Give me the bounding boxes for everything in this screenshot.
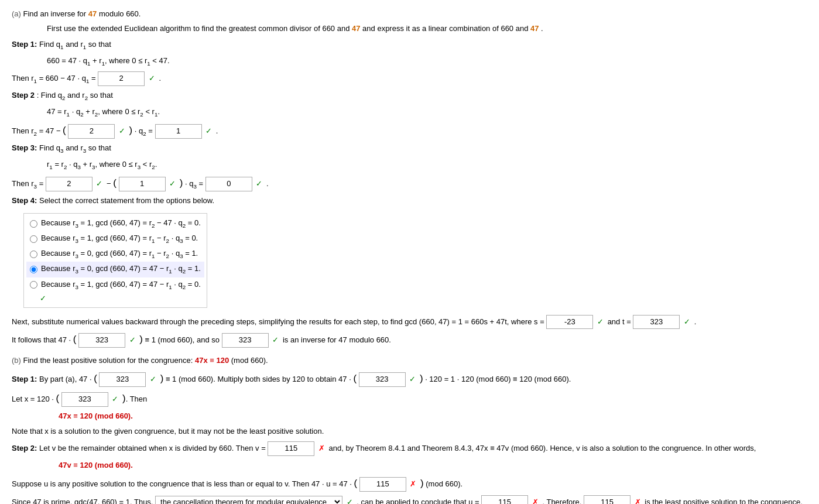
partb-final-v[interactable]: 115 [584, 495, 630, 504]
option-2[interactable]: Because r3 = 1, gcd (660, 47) = r1 − r2 … [26, 231, 204, 246]
intro-text: Find an inverse for [23, 9, 88, 18]
step2-then: Then r2 = 47 − ( 2 ✓ ) · q2 = 1 ✓ . [12, 122, 807, 139]
s-input[interactable]: -23 [546, 315, 593, 330]
part-a-intro: (a) Find an inverse for 47 modulo 660. [12, 8, 807, 20]
partb-note: Note that x is a solution to the given c… [12, 426, 807, 438]
partb-since: Since 47 is prime, gdc(47, 660) = 1. Thu… [12, 495, 807, 504]
r1-input[interactable]: 2 [98, 71, 145, 86]
partb-s1-v2[interactable]: 323 [359, 372, 406, 387]
step1-equation: 660 = 47 · q1 + r1, where 0 ≤ r1 < 47. [47, 55, 807, 68]
partb-s2-cross: ✗ [318, 444, 325, 452]
partb-s2-v1[interactable]: 115 [268, 441, 314, 456]
partb-step1: Step 1: By part (a), 47 · ( 323 ✓ ) ≡ 1 … [12, 371, 807, 387]
partb-47v-line: 47v ≡ 120 (mod 660). [59, 460, 807, 472]
q2-check: ✓ [205, 126, 212, 135]
t-input[interactable]: 323 [633, 315, 680, 330]
partb-s1-v1-check: ✓ [150, 375, 156, 383]
step3-equation: r1 = r2 · q3 + r3, where 0 ≤ r3 < r2. [47, 159, 807, 172]
partb-final-cross: ✗ [635, 498, 641, 504]
r1-check: ✓ [149, 74, 155, 83]
part-b-label: (b) [12, 356, 21, 365]
first-use-text: First use the extended Euclidean algorit… [47, 23, 807, 35]
step2-equation: 47 = r1 · q2 + r2, where 0 ≤ r2 < r1. [47, 106, 807, 119]
r3-v2-check: ✓ [169, 179, 176, 188]
partb-congruence: 47x ≡ 120 (mod 660). [59, 410, 807, 423]
step3-then: Then r3 = 2 ✓ − ( 1 ✓ ) · q3 = 0 ✓ . [12, 175, 807, 191]
step3-header: Step 3: Find q3 and r3 so that [12, 142, 807, 155]
t-check: ✓ [684, 317, 690, 326]
step1-then: Then r1 = 660 − 47 · q1 = 2 ✓ . [12, 71, 807, 86]
step4-check: ✓ [40, 294, 46, 303]
q2-input[interactable]: 1 [155, 124, 202, 139]
num-47-intro: 47 [88, 9, 97, 18]
follows-v1-input[interactable]: 323 [78, 333, 125, 348]
partb-s1-v2-check: ✓ [409, 375, 416, 383]
next-substitute: Next, substitute numerical values backwa… [12, 315, 807, 330]
r3-value-check: ✓ [256, 179, 262, 188]
partb-letx-check: ✓ [112, 395, 118, 403]
s-check: ✓ [597, 317, 604, 326]
partb-u-cross: ✗ [532, 498, 539, 504]
option-4[interactable]: Because r3 = 0, gcd (660, 47) = 47 − r1 … [26, 262, 204, 277]
r3-v1-input[interactable]: 2 [46, 177, 92, 191]
partb-suppose-v1[interactable]: 115 [359, 477, 406, 492]
part-a-label: (a) [12, 9, 21, 18]
where-text-1: where [109, 56, 129, 65]
r3-v2-input[interactable]: 1 [119, 177, 166, 191]
partb-suppose-cross: ✗ [410, 479, 416, 488]
partb-s1-v1[interactable]: 323 [99, 372, 146, 387]
it-follows: It follows that 47 · ( 323 ✓ ) ≡ 1 (mod … [12, 331, 807, 348]
follows-v1-check: ✓ [129, 335, 136, 344]
part-a: (a) Find an inverse for 47 modulo 660. F… [12, 8, 807, 348]
modulo-text: modulo 660. [99, 9, 141, 18]
option-3[interactable]: Because r3 = 0, gcd (660, 47) = r1 − r2 … [26, 246, 204, 262]
step4-header: Step 4: Select the correct statement fro… [12, 195, 807, 207]
step1-header: Step 1: Find q1 and r1 so that [12, 39, 807, 52]
r3-v1-check: ✓ [96, 179, 102, 188]
option-1[interactable]: Because r3 = 1, gcd (660, 47) = r2 − 47 … [26, 216, 204, 231]
option-5[interactable]: Because r3 = 1, gcd (660, 47) = 47 − r1 … [26, 277, 204, 293]
step2-header: Step 2 : Find q2 and r2 so that [12, 90, 807, 102]
cancellation-dropdown[interactable]: the cancellation theorem for modular equ… [155, 496, 342, 504]
part-b-intro: (b) Find the least positive solution for… [12, 355, 807, 367]
partb-step2: Step 2: Let v be the remainder obtained … [12, 441, 807, 456]
r2-check: ✓ [119, 126, 125, 135]
follows-v2-check: ✓ [272, 335, 279, 344]
part-b: (b) Find the least positive solution for… [12, 355, 807, 504]
where-text-2: where [102, 107, 122, 116]
partb-u-v1[interactable]: 115 [481, 495, 528, 504]
partb-letx-v1[interactable]: 323 [61, 392, 108, 407]
r2-input[interactable]: 2 [68, 124, 115, 139]
partb-suppose: Suppose u is any positive solution to th… [12, 475, 807, 492]
dropdown-check: ✓ [347, 498, 353, 504]
partb-letx: Let x = 120 · ( 323 ✓ ). Then [12, 390, 807, 407]
step4-options-box: Because r3 = 1, gcd (660, 47) = r2 − 47 … [23, 213, 207, 308]
follows-v2-input[interactable]: 323 [222, 333, 269, 348]
r3-value-input[interactable]: 0 [205, 177, 252, 191]
where-text-3: where [100, 160, 120, 169]
